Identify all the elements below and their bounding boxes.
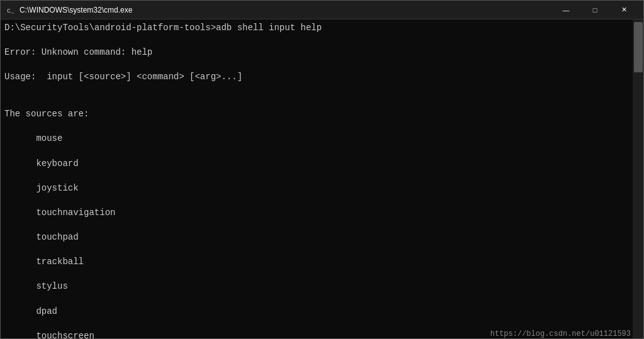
terminal-line: The sources are: [4, 108, 629, 121]
cmd-window: C_ C:\WINDOWS\system32\cmd.exe — □ ✕ D:\… [0, 0, 644, 339]
terminal-line: trackball [4, 256, 629, 269]
title-bar: C_ C:\WINDOWS\system32\cmd.exe — □ ✕ [1, 1, 643, 19]
terminal-line: stylus [4, 281, 629, 293]
close-button[interactable]: ✕ [609, 1, 638, 19]
minimize-button[interactable]: — [551, 1, 580, 19]
terminal-line: D:\SecurityTools\android-platform-tools>… [4, 22, 629, 35]
watermark-url: https://blog.csdn.net/u01121593 [490, 330, 631, 338]
terminal-line: keyboard [4, 158, 629, 170]
maximize-button[interactable]: □ [580, 1, 609, 19]
terminal-line: touchpad [4, 231, 629, 244]
terminal-output[interactable]: D:\SecurityTools\android-platform-tools>… [1, 19, 633, 338]
terminal-line: joystick [4, 182, 629, 195]
svg-text:C_: C_ [7, 8, 14, 14]
content-area: D:\SecurityTools\android-platform-tools>… [1, 19, 643, 338]
terminal-line: Usage: input [<source>] <command> [<arg>… [4, 71, 629, 84]
scrollbar[interactable] [633, 19, 643, 338]
terminal-line: touchnavigation [4, 207, 629, 220]
scrollbar-thumb[interactable] [634, 22, 643, 72]
terminal-line: Error: Unknown command: help [4, 47, 629, 59]
window-controls: — □ ✕ [551, 1, 638, 19]
terminal-line: dpad [4, 306, 629, 318]
window-title: C:\WINDOWS\system32\cmd.exe [20, 6, 551, 14]
cmd-icon: C_ [6, 5, 16, 15]
terminal-line: mouse [4, 133, 629, 145]
